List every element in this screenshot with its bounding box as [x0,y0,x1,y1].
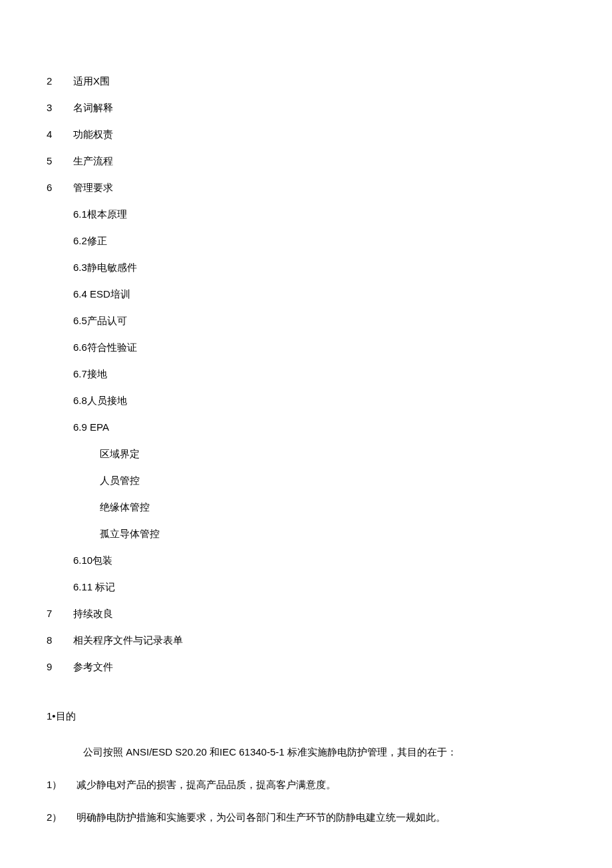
toc-sub-item: 6.2修正 [47,233,565,249]
toc-number: 8 [47,632,73,648]
toc-number: 9 [47,659,73,675]
toc-text: 名词解释 [73,100,565,116]
toc-item: 4 功能权责 [47,126,565,142]
toc-item: 2 适用X围 [47,73,565,89]
toc-item: 6 管理要求 [47,180,565,196]
toc-item: 5 生产流程 [47,153,565,169]
toc-subsub-item: 绝缘体管控 [47,499,565,515]
toc-text: 生产流程 [73,153,565,169]
toc-text: 参考文件 [73,659,565,675]
body-point: 2） 明确静电防护措施和实施要求，为公司各部门和生产环节的防静电建立统一规如此。 [47,809,565,825]
body-point: 1） 减少静电对产品的损害，提高产品品质，提高客户满意度。 [47,777,565,793]
toc-sub-item: 6.9 EPA [47,419,565,435]
body-intro: 公司按照 ANSI/ESD S20.20 和IEC 61340-5-1 标准实施… [47,744,565,760]
toc-text: 相关程序文件与记录表单 [73,632,565,648]
toc-number: 3 [47,100,73,116]
toc-subsub-item: 人员管控 [47,473,565,489]
body-point-text: 明确静电防护措施和实施要求，为公司各部门和生产环节的防静电建立统一规如此。 [76,809,446,825]
toc-text: 持续改良 [73,606,565,622]
toc-item: 9 参考文件 [47,659,565,675]
toc-number: 5 [47,153,73,169]
toc-number: 6 [47,180,73,196]
toc-item: 8 相关程序文件与记录表单 [47,632,565,648]
toc-sub-item: 6.3静电敏感件 [47,260,565,276]
toc-sub-item: 6.11 标记 [47,579,565,595]
toc-item: 7 持续改良 [47,606,565,622]
toc-subsub-item: 区域界定 [47,446,565,462]
toc-text: 功能权责 [73,126,565,142]
toc-number: 2 [47,73,73,89]
toc-text: 适用X围 [73,73,565,89]
toc-sub-item: 6.7接地 [47,366,565,382]
body-point-text: 减少静电对产品的损害，提高产品品质，提高客户满意度。 [76,777,336,793]
toc-sub-item: 6.8人员接地 [47,393,565,409]
toc-subsub-item: 孤立导体管控 [47,526,565,542]
toc-sub-item: 6.4 ESD培训 [47,286,565,302]
body-point-num: 1） [47,777,76,793]
toc-sub-item: 6.6符合性验证 [47,339,565,355]
toc-sub-item: 6.10包装 [47,552,565,568]
section-heading: 1•目的 [47,708,565,724]
toc-sub-item: 6.1根本原理 [47,206,565,222]
toc-sub-item: 6.5产品认可 [47,313,565,329]
toc-text: 管理要求 [73,180,565,196]
toc-number: 7 [47,606,73,622]
toc-item: 3 名词解释 [47,100,565,116]
toc-number: 4 [47,126,73,142]
body-point-num: 2） [47,809,76,825]
